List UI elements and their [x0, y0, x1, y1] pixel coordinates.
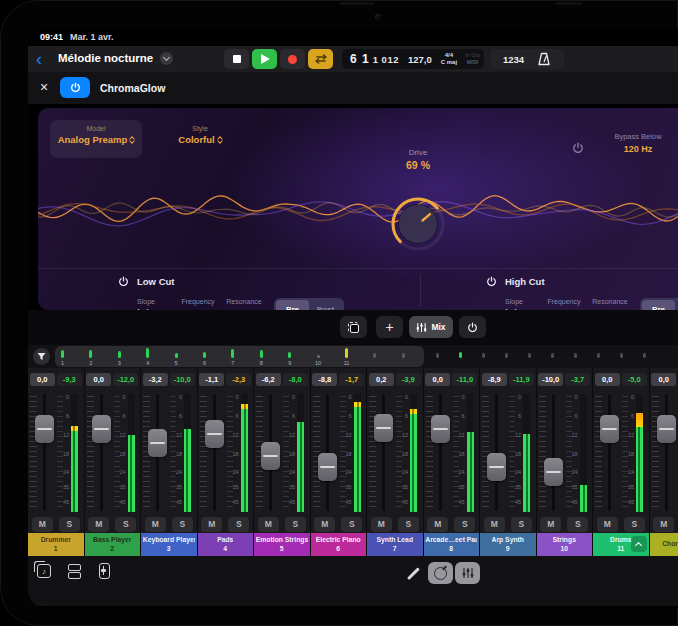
channel-volume-value[interactable]: -1,1 [199, 373, 224, 386]
high-cut-pre-post-toggle[interactable]: Pre Post [640, 298, 678, 310]
plugin-power-button[interactable] [60, 77, 90, 98]
drive-knob[interactable] [388, 194, 448, 254]
meter-scale-label: 45 [515, 499, 521, 505]
meter-scale-label: 12 [402, 432, 408, 438]
back-chevron-icon[interactable]: ‹ [36, 47, 42, 71]
post-option[interactable]: Post [309, 300, 342, 310]
mute-button[interactable]: M [371, 517, 392, 532]
mute-button[interactable]: M [32, 517, 53, 532]
track-name-label[interactable]: Electric Piano 6 [311, 533, 367, 556]
track-name: Pads [217, 536, 233, 545]
track-name-label[interactable]: Pads 4 [198, 533, 254, 556]
record-button[interactable] [280, 49, 305, 69]
bypass-below-control[interactable]: Bypass Below 120 Hz [598, 132, 678, 154]
high-cut-resonance[interactable]: Resonance 0.71 [588, 298, 632, 310]
fader-view-button[interactable] [96, 563, 112, 579]
mute-button[interactable]: M [540, 517, 561, 532]
mute-button[interactable]: M [258, 517, 279, 532]
track-name-label[interactable]: Strings 10 [537, 533, 593, 556]
model-selector[interactable]: Model Analog Preamp [50, 120, 142, 158]
add-track-button[interactable]: + [376, 316, 403, 338]
mute-button[interactable]: M [484, 517, 505, 532]
solo-button[interactable]: S [511, 517, 532, 532]
track-name-label[interactable]: Arcade…eet Pad 8 [424, 533, 480, 556]
track-name-label[interactable]: Drummer 1 [28, 533, 84, 556]
mixer-power-button[interactable] [459, 316, 486, 338]
lcd-display[interactable]: 6 1 1 012 127,0 4/4 C maj In Out MIDI [342, 49, 484, 69]
bypass-power-icon[interactable] [572, 140, 584, 158]
mixer-view-button[interactable] [455, 562, 480, 584]
solo-button[interactable]: S [398, 517, 419, 532]
pre-option[interactable]: Pre [642, 300, 675, 310]
stop-button[interactable] [224, 49, 249, 69]
channel-volume-value[interactable]: -8,9 [482, 373, 507, 386]
track-name-label[interactable]: Keyboard Player 3 [141, 533, 197, 556]
model-label: Model [50, 125, 142, 132]
solo-button[interactable]: S [285, 517, 306, 532]
solo-button[interactable]: S [115, 517, 136, 532]
channel-volume-value[interactable]: -8,8 [312, 373, 337, 386]
solo-button[interactable]: S [624, 517, 645, 532]
mute-button[interactable]: M [145, 517, 166, 532]
low-cut-frequency[interactable]: Frequency 500 Hz [176, 298, 220, 310]
mute-button[interactable]: M [427, 517, 448, 532]
channel-strip: -6,2 -8,0 061218243545 M S Emotion Strin… [254, 368, 310, 556]
channel-volume-value[interactable]: 0,0 [86, 373, 111, 386]
mute-button[interactable]: M [201, 517, 222, 532]
mute-button[interactable]: M [88, 517, 109, 532]
high-cut-slope[interactable]: Slope 24 dB/Oct [484, 298, 544, 310]
play-button[interactable] [252, 49, 277, 69]
channel-volume-value[interactable]: 0,0 [595, 373, 620, 386]
solo-button[interactable]: S [59, 517, 80, 532]
controls-view-button[interactable] [428, 562, 453, 584]
track-name-label[interactable]: Synth Lead 7 [367, 533, 423, 556]
filter-button[interactable] [33, 348, 50, 365]
low-cut-pre-post-toggle[interactable]: Pre Post [274, 298, 344, 310]
overview-visible-window[interactable]: 1234567891011 [55, 346, 424, 367]
track-name-label[interactable]: Arp Synth 9 [480, 533, 536, 556]
track-name-label[interactable]: Bass Player 2 [85, 533, 141, 556]
mix-view-button[interactable]: Mix [409, 316, 453, 338]
solo-button[interactable]: S [341, 517, 362, 532]
channel-volume-value[interactable]: -6,2 [256, 373, 281, 386]
channel-volume-value[interactable]: 0,0 [651, 373, 676, 386]
channel-volume-value[interactable]: 0,0 [425, 373, 450, 386]
collapse-chevron-button[interactable] [631, 536, 647, 552]
track-name-label[interactable]: Drums 11 [593, 533, 649, 556]
channel-volume-value[interactable]: -10,0 [538, 373, 563, 386]
browser-button[interactable] [66, 563, 82, 579]
solo-button[interactable]: S [567, 517, 588, 532]
channel-volume-value[interactable]: 0,2 [369, 373, 394, 386]
solo-button[interactable]: S [228, 517, 249, 532]
project-menu-button[interactable] [160, 52, 173, 65]
view-toggle-group [428, 562, 480, 584]
meter-fill [241, 404, 248, 512]
metronome-icon[interactable] [537, 52, 551, 66]
cycle-button[interactable] [308, 49, 333, 69]
solo-button[interactable]: S [454, 517, 475, 532]
pre-option[interactable]: Pre [276, 300, 309, 310]
meter-peak-tip [410, 409, 417, 414]
loop-browser-button[interactable]: ♪ [36, 563, 52, 579]
low-cut-power-icon[interactable] [118, 276, 129, 287]
level-meter [410, 394, 417, 512]
channel-volume-value[interactable]: 0,0 [30, 373, 55, 386]
mute-button[interactable]: M [597, 517, 618, 532]
solo-button[interactable]: S [172, 517, 193, 532]
low-cut-slope[interactable]: Slope 24 dB/Oct [116, 298, 176, 310]
mute-button[interactable]: M [653, 517, 674, 532]
style-selector[interactable]: Style Colorful [156, 120, 244, 158]
high-cut-frequency[interactable]: Frequency 4000 Hz [542, 298, 586, 310]
channel-volume-value[interactable]: -3,2 [143, 373, 168, 386]
close-plugin-icon[interactable]: × [40, 79, 48, 95]
duplicate-button[interactable] [340, 316, 367, 338]
mute-button[interactable]: M [314, 517, 335, 532]
high-cut-power-icon[interactable] [486, 276, 497, 287]
track-name-label[interactable]: Chorus V [650, 533, 678, 556]
track-name-label[interactable]: Emotion Strings 5 [254, 533, 310, 556]
project-title[interactable]: Mélodie nocturne [58, 52, 153, 64]
count-in-button[interactable]: 1234 [503, 54, 524, 65]
edit-pencil-icon[interactable] [407, 567, 419, 579]
bottom-bar: ♪ [28, 556, 678, 606]
low-cut-resonance[interactable]: Resonance 0.71 [222, 298, 266, 310]
